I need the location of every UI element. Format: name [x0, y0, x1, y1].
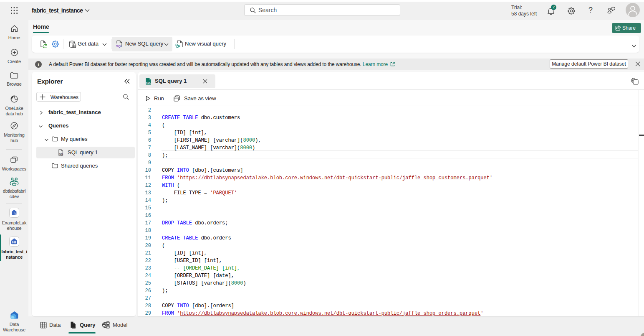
svg-text:SQL: SQL [116, 44, 123, 48]
svg-text:SQL: SQL [59, 153, 63, 155]
svg-text:SQL: SQL [146, 81, 151, 84]
